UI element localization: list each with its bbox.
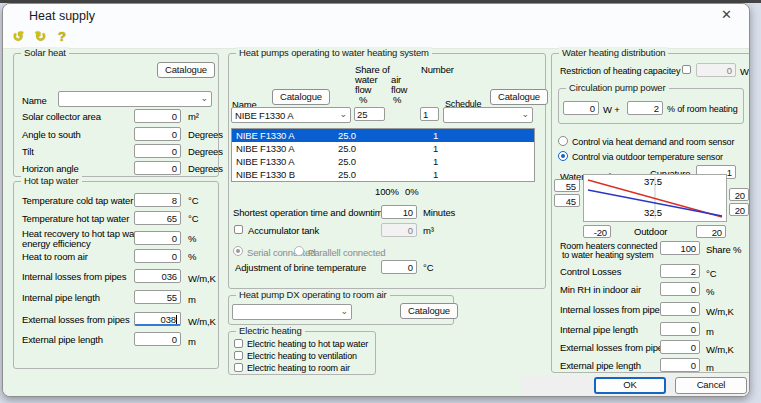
field-label: Angle to south <box>22 129 81 140</box>
heat-to-room-air-field[interactable]: 0 <box>134 249 181 263</box>
field-label: External losses from pipes <box>22 314 130 325</box>
min-rh-field[interactable]: 0 <box>660 282 700 296</box>
close-icon[interactable]: ✕ <box>717 7 736 22</box>
solar-name-combobox[interactable]: ⌄ <box>58 91 212 107</box>
title-bar: Heat supply ✕ <box>3 4 749 28</box>
accumulator-tank-checkbox[interactable] <box>234 225 243 234</box>
row-name: NIBE F1330 A <box>236 142 294 155</box>
curve-right-top-field[interactable]: 20 <box>729 188 749 201</box>
list-item[interactable]: NIBE F1330 A 25.0 1 <box>232 155 534 168</box>
field-unit: W/m,K <box>706 344 734 355</box>
electric-ventilation-checkbox[interactable] <box>234 351 243 360</box>
serial-connected-label: Serial connected <box>247 247 315 258</box>
list-item[interactable]: NIBE F1330 B 25.0 1 <box>232 168 534 181</box>
internal-losses-pipes-field[interactable]: 036 <box>134 269 181 283</box>
dialog-content: Solar heat Catalogue Name ⌄ Solar collec… <box>3 49 749 396</box>
dialog-title: Heat supply <box>29 9 95 23</box>
list-item[interactable]: NIBE F1330 A 25.0 1 <box>232 129 534 142</box>
tilt-field[interactable]: 0 <box>134 144 181 158</box>
restriction-checkbox[interactable] <box>682 65 691 74</box>
field-unit: °C <box>188 195 198 206</box>
undo-icon[interactable]: ↺ <box>13 29 24 44</box>
control-losses-field[interactable]: 2 <box>660 264 700 278</box>
field-unit: m <box>188 336 196 347</box>
circulation-pct-field[interactable]: 2 <box>627 101 663 115</box>
solar-collector-area-field[interactable]: 0 <box>134 109 181 123</box>
field-label: Internal losses from pipes <box>22 271 126 282</box>
curve-y-bottom-field[interactable]: 45 <box>554 194 580 207</box>
water-distribution-group: Water heating distribution Restriction o… <box>551 53 750 373</box>
outdoor-max-field[interactable]: 20 <box>696 225 726 238</box>
circulation-pump-group: Circulation pump power 0 W + 2 % of room… <box>558 88 744 124</box>
outdoor-axis-label: Outdoor <box>634 226 667 237</box>
chevron-down-icon: ⌄ <box>340 108 347 120</box>
heat-pump-listbox[interactable]: NIBE F1330 A 25.0 1 NIBE F1330 A 25.0 1 … <box>231 128 535 182</box>
field-label: Shortest operation time and downtime <box>233 207 388 218</box>
parallel-connected-radio[interactable] <box>294 246 304 256</box>
horizon-angle-field[interactable]: 0 <box>134 161 181 175</box>
ok-button[interactable]: OK <box>594 377 666 394</box>
temp-hot-tap-water-field[interactable]: 65 <box>134 211 181 225</box>
brine-temperature-field[interactable]: 0 <box>381 260 417 274</box>
circulation-pump-title: Circulation pump power <box>566 82 669 93</box>
serial-connected-radio[interactable] <box>233 246 243 256</box>
control-room-sensor-radio[interactable] <box>558 136 568 146</box>
checkbox-label: Electric heating to room air <box>247 363 350 373</box>
hp-number-field[interactable]: 1 <box>420 107 439 121</box>
circulation-w-field[interactable]: 0 <box>563 101 599 115</box>
field-unit: Degrees <box>188 163 223 174</box>
control-outdoor-sensor-radio[interactable] <box>558 151 568 161</box>
temp-cold-tap-water-field[interactable]: 8 <box>134 193 181 207</box>
list-item[interactable]: NIBE F1330 A 25.0 1 <box>232 142 534 155</box>
wd-external-losses-field[interactable]: 0 <box>660 340 700 354</box>
field-label: Adjustment of brine temperature <box>235 262 366 273</box>
external-pipe-length-field[interactable]: 0 <box>134 332 181 346</box>
electric-room-air-checkbox[interactable] <box>234 363 243 372</box>
hp-catalogue-button[interactable]: Catalogue <box>272 89 330 105</box>
hp-share-field[interactable]: 25 <box>354 107 385 121</box>
field-unit: Share % <box>706 244 741 255</box>
wd-internal-pipe-length-field[interactable]: 0 <box>660 322 700 336</box>
solar-catalogue-button[interactable]: Catalogue <box>157 62 215 78</box>
dx-catalogue-button[interactable]: Catalogue <box>400 303 458 319</box>
schedule-combobox[interactable]: ⌄ <box>443 107 533 123</box>
shortest-operation-field[interactable]: 10 <box>381 205 417 219</box>
schedule-catalogue-button[interactable]: Catalogue <box>490 89 548 105</box>
heat-recovery-field[interactable]: 0 <box>134 231 181 245</box>
field-label: Internal pipe length <box>560 324 638 335</box>
field-unit: Degrees <box>188 146 223 157</box>
heat-pump-dx-group: Heat pump DX operating to room air ⌄ Cat… <box>228 295 454 325</box>
restriction-label: Restriction of heating capacitey <box>560 66 680 76</box>
help-icon[interactable]: ? <box>58 29 66 44</box>
field-label: Horizon angle <box>22 163 79 174</box>
electric-heating-group: Electric heating Electric heating to hot… <box>228 331 376 375</box>
hp-name-combobox[interactable]: NIBE F1330 A ⌄ <box>231 107 351 123</box>
angle-to-south-field[interactable]: 0 <box>134 127 181 141</box>
outdoor-min-field[interactable]: -20 <box>583 225 611 238</box>
field-label: Temperature hot tap water <box>22 213 129 224</box>
field-label: Temperature cold tap water <box>22 195 133 206</box>
footer-bar: OK Cancel <box>521 375 749 397</box>
curve-y-top-field[interactable]: 55 <box>554 179 580 192</box>
field-unit: m <box>188 294 196 305</box>
electric-hot-tap-water-checkbox[interactable] <box>234 339 243 348</box>
cancel-button[interactable]: Cancel <box>675 377 747 394</box>
share-header: % <box>359 94 367 105</box>
field-label: External losses from pipes <box>560 342 668 353</box>
field-label: energy efficiency <box>22 238 91 249</box>
external-losses-pipes-field[interactable]: 038 <box>134 312 181 326</box>
hp-name-value: NIBE F1330 A <box>235 110 293 121</box>
room-heaters-share-field[interactable]: 100 <box>660 241 700 255</box>
accumulator-tank-label: Accumulator tank <box>248 225 319 236</box>
internal-pipe-length-field[interactable]: 55 <box>134 290 181 304</box>
wd-internal-losses-field[interactable]: 0 <box>660 302 700 316</box>
row-number: 1 <box>433 168 438 181</box>
field-unit: m <box>706 326 714 337</box>
curve-right-bottom-field[interactable]: 20 <box>729 203 749 216</box>
row-share: 25.0 <box>338 142 356 155</box>
redo-icon[interactable]: ↻ <box>35 29 46 44</box>
heat-pump-dx-title: Heat pump DX operating to room air <box>236 289 390 300</box>
wd-external-pipe-length-field[interactable]: 0 <box>660 358 700 372</box>
dx-name-combobox[interactable]: ⌄ <box>232 304 352 320</box>
electric-heating-title: Electric heating <box>236 325 305 336</box>
